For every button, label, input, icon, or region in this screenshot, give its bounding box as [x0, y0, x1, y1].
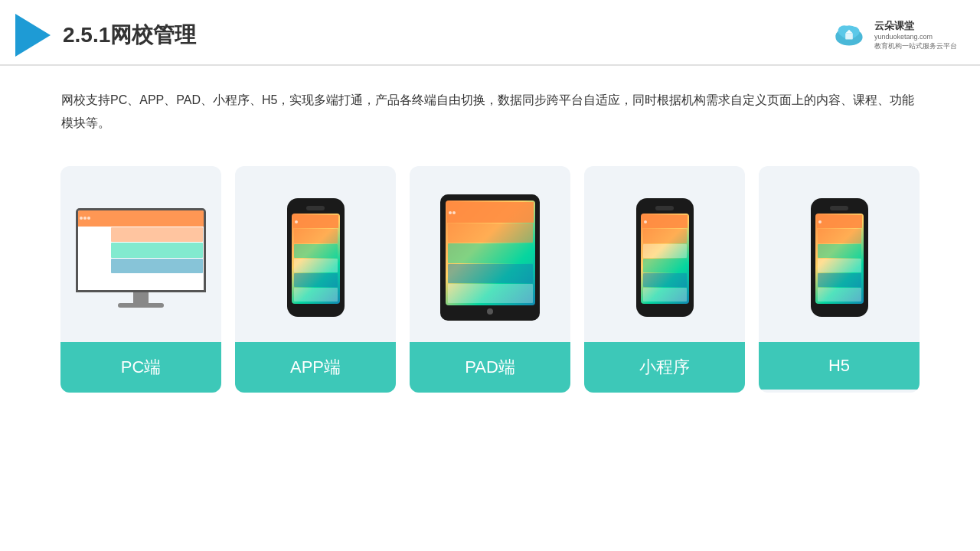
- screen-content-h5: [817, 215, 862, 302]
- svg-rect-6: [845, 34, 853, 40]
- description-text: 网校支持PC、APP、PAD、小程序、H5，实现多端打通，产品各终端自由切换，数…: [0, 66, 980, 151]
- card-miniapp: 小程序: [584, 166, 745, 393]
- card-app: APP端: [235, 166, 396, 393]
- screen-content-pad: [447, 202, 534, 304]
- phone-notch-3: [830, 206, 848, 210]
- card-label-pad: PAD端: [410, 342, 570, 393]
- tablet-pad: [440, 194, 540, 321]
- phone-screen-app: [292, 214, 340, 304]
- pc-monitor: [72, 208, 210, 308]
- card-label-app: APP端: [235, 342, 396, 393]
- page-title: 2.5.1网校管理: [63, 21, 196, 50]
- logo-area: 云朵课堂 yunduoketang.com 教育机构一站式服务云平台: [830, 19, 957, 51]
- phone-screen-h5: [815, 214, 864, 304]
- screen-content-miniapp: [642, 215, 688, 302]
- phone-miniapp: [636, 198, 694, 317]
- phone-app: [287, 198, 345, 317]
- card-pad: PAD端: [410, 166, 570, 393]
- monitor-neck: [133, 292, 149, 303]
- card-image-pad: [410, 166, 570, 342]
- card-image-app: [235, 166, 396, 342]
- screen-content-pc: [78, 210, 204, 290]
- monitor-base: [118, 303, 164, 308]
- card-h5: H5: [759, 166, 920, 393]
- phone-notch-2: [655, 206, 674, 210]
- card-image-miniapp: [584, 166, 745, 342]
- screen-content-app: [293, 215, 338, 302]
- description-paragraph: 网校支持PC、APP、PAD、小程序、H5，实现多端打通，产品各终端自由切换，数…: [61, 89, 919, 135]
- tablet-screen: [446, 201, 535, 305]
- phone-notch: [306, 206, 325, 210]
- logo-name: 云朵课堂: [874, 19, 914, 33]
- play-icon: [15, 14, 51, 57]
- logo-tagline: 教育机构一站式服务云平台: [874, 42, 957, 51]
- card-pc: PC端: [60, 166, 221, 393]
- page-header: 2.5.1网校管理 云朵课堂 yunduoketang.com 教育机构一站式服…: [0, 0, 980, 66]
- card-image-h5: [759, 166, 920, 342]
- cards-container: PC端: [0, 151, 980, 416]
- phone-screen-miniapp: [641, 214, 689, 304]
- logo-text: 云朵课堂 yunduoketang.com 教育机构一站式服务云平台: [874, 19, 957, 51]
- card-image-pc: [60, 166, 221, 342]
- logo-icon: [830, 20, 868, 51]
- card-label-miniapp: 小程序: [584, 342, 745, 393]
- monitor-screen: [76, 208, 206, 292]
- header-left: 2.5.1网校管理: [15, 14, 196, 57]
- tablet-home-button: [487, 308, 493, 315]
- card-label-h5: H5: [759, 342, 920, 390]
- card-label-pc: PC端: [60, 342, 221, 393]
- phone-h5: [811, 198, 868, 317]
- logo-domain: yunduoketang.com: [874, 33, 933, 42]
